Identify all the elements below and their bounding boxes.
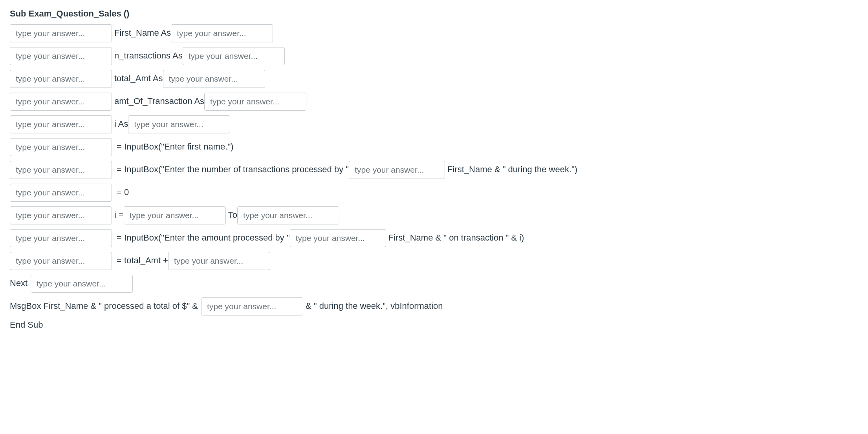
input-msgbox-total[interactable] bbox=[201, 297, 303, 315]
input-inputbox-ntransactions-concat[interactable] bbox=[349, 161, 445, 179]
input-i-type[interactable] bbox=[128, 115, 230, 133]
label-inputbox-firstname: = InputBox("Enter first name.") bbox=[114, 141, 234, 153]
input-next-var[interactable] bbox=[31, 275, 133, 293]
label-amtoftransaction-as: amt_Of_Transaction As bbox=[114, 95, 204, 108]
label-firstname-as: First_Name As bbox=[114, 27, 171, 39]
sub-title-text: Sub Exam_Question_Sales () bbox=[10, 8, 129, 20]
line-inputbox-amount: = InputBox("Enter the amount processed b… bbox=[10, 228, 858, 248]
input-ntransactions-keyword[interactable] bbox=[10, 47, 112, 65]
input-accumulate-addend[interactable] bbox=[168, 252, 270, 270]
label-i-as: i As bbox=[114, 118, 128, 130]
input-i-keyword[interactable] bbox=[10, 115, 112, 133]
input-for-keyword[interactable] bbox=[10, 206, 112, 224]
input-inputbox-amount-concat[interactable] bbox=[290, 229, 386, 247]
line-init-zero: = 0 bbox=[10, 182, 858, 203]
line-ntransactions-decl: n_transactions As bbox=[10, 46, 858, 66]
label-msgbox-suffix: & " during the week.", vbInformation bbox=[306, 300, 443, 312]
label-accumulate-prefix: = total_Amt + bbox=[114, 255, 168, 267]
label-inputbox-amount-prefix: = InputBox("Enter the amount processed b… bbox=[114, 232, 290, 244]
line-i-decl: i As bbox=[10, 114, 858, 135]
label-to: To bbox=[228, 209, 237, 221]
line-next: Next bbox=[10, 274, 858, 294]
line-end-sub: End Sub bbox=[10, 319, 858, 331]
line-inputbox-firstname: = InputBox("Enter first name.") bbox=[10, 137, 858, 157]
input-totalamt-keyword[interactable] bbox=[10, 70, 112, 88]
input-ntransactions-type[interactable] bbox=[183, 47, 285, 65]
input-init-zero-var[interactable] bbox=[10, 184, 112, 202]
input-inputbox-ntransactions-var[interactable] bbox=[10, 161, 112, 179]
input-inputbox-firstname-var[interactable] bbox=[10, 138, 112, 156]
input-amtoftransaction-keyword[interactable] bbox=[10, 93, 112, 111]
label-i-equals: i = bbox=[114, 209, 124, 221]
input-accumulate-var[interactable] bbox=[10, 252, 112, 270]
input-totalamt-type[interactable] bbox=[163, 70, 265, 88]
line-for-loop: i = To bbox=[10, 205, 858, 226]
input-firstname-type[interactable] bbox=[171, 24, 273, 42]
label-inputbox-ntransactions-prefix: = InputBox("Enter the number of transact… bbox=[114, 164, 349, 176]
label-msgbox-prefix: MsgBox First_Name & " processed a total … bbox=[10, 300, 198, 312]
label-ntransactions-as: n_transactions As bbox=[114, 50, 183, 62]
input-inputbox-amount-var[interactable] bbox=[10, 229, 112, 247]
input-for-start[interactable] bbox=[124, 206, 226, 224]
label-next: Next bbox=[10, 277, 27, 290]
line-firstname-decl: First_Name As bbox=[10, 23, 858, 44]
label-end-sub: End Sub bbox=[10, 319, 43, 331]
input-for-end[interactable] bbox=[237, 206, 339, 224]
label-equals-zero: = 0 bbox=[114, 186, 129, 199]
line-msgbox: MsgBox First_Name & " processed a total … bbox=[10, 296, 858, 317]
label-inputbox-amount-suffix: First_Name & " on transaction " & i) bbox=[388, 232, 524, 244]
label-totalamt-as: total_Amt As bbox=[114, 73, 163, 85]
line-accumulate: = total_Amt + bbox=[10, 251, 858, 271]
label-inputbox-ntransactions-suffix: First_Name & " during the week.") bbox=[447, 164, 577, 176]
line-inputbox-ntransactions: = InputBox("Enter the number of transact… bbox=[10, 160, 858, 180]
line-totalamt-decl: total_Amt As bbox=[10, 69, 858, 89]
sub-declaration: Sub Exam_Question_Sales () bbox=[10, 8, 858, 20]
line-amtoftransaction-decl: amt_Of_Transaction As bbox=[10, 91, 858, 112]
input-firstname-keyword[interactable] bbox=[10, 24, 112, 42]
input-amtoftransaction-type[interactable] bbox=[204, 93, 306, 111]
